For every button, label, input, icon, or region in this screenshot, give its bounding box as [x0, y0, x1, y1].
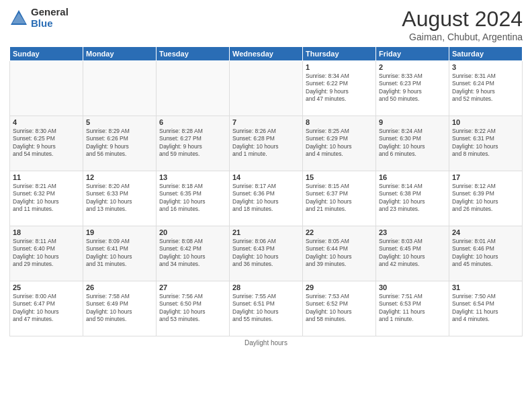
- calendar-header-monday: Monday: [83, 47, 157, 61]
- day-info: Sunrise: 8:30 AM Sunset: 6:25 PM Dayligh…: [13, 128, 80, 158]
- calendar-header-friday: Friday: [376, 47, 449, 61]
- calendar-week-2: 4Sunrise: 8:30 AM Sunset: 6:25 PM Daylig…: [10, 116, 523, 171]
- day-info: Sunrise: 8:31 AM Sunset: 6:24 PM Dayligh…: [452, 73, 519, 103]
- day-info: Sunrise: 7:53 AM Sunset: 6:52 PM Dayligh…: [306, 293, 373, 324]
- month-year: August 2024: [402, 7, 523, 32]
- day-info: Sunrise: 8:28 AM Sunset: 6:27 PM Dayligh…: [159, 128, 226, 158]
- calendar-cell-13: 10Sunrise: 8:22 AM Sunset: 6:31 PM Dayli…: [449, 116, 523, 171]
- calendar-cell-27: 24Sunrise: 8:01 AM Sunset: 6:46 PM Dayli…: [449, 226, 523, 281]
- day-number: 14: [232, 173, 300, 181]
- day-number: 9: [379, 118, 446, 126]
- calendar-cell-28: 25Sunrise: 8:00 AM Sunset: 6:47 PM Dayli…: [10, 281, 83, 336]
- calendar-week-5: 25Sunrise: 8:00 AM Sunset: 6:47 PM Dayli…: [10, 281, 523, 336]
- day-number: 24: [452, 228, 519, 236]
- day-number: 25: [13, 283, 80, 291]
- calendar-cell-22: 19Sunrise: 8:09 AM Sunset: 6:41 PM Dayli…: [83, 226, 157, 281]
- day-info: Sunrise: 8:20 AM Sunset: 6:33 PM Dayligh…: [86, 183, 153, 214]
- day-number: 4: [13, 118, 80, 126]
- day-number: 16: [379, 173, 446, 181]
- day-number: 12: [86, 173, 153, 181]
- calendar-cell-34: 31Sunrise: 7:50 AM Sunset: 6:54 PM Dayli…: [449, 281, 523, 336]
- day-info: Sunrise: 7:56 AM Sunset: 6:50 PM Dayligh…: [159, 293, 226, 324]
- day-number: 20: [159, 228, 226, 236]
- day-info: Sunrise: 8:15 AM Sunset: 6:37 PM Dayligh…: [306, 183, 373, 214]
- day-info: Sunrise: 8:26 AM Sunset: 6:28 PM Dayligh…: [232, 128, 300, 158]
- day-info: Sunrise: 8:12 AM Sunset: 6:39 PM Dayligh…: [452, 183, 519, 214]
- day-number: 31: [452, 283, 519, 291]
- day-number: 17: [452, 173, 519, 181]
- calendar-header-saturday: Saturday: [449, 47, 523, 61]
- day-number: 28: [232, 283, 300, 291]
- calendar-cell-10: 7Sunrise: 8:26 AM Sunset: 6:28 PM Daylig…: [230, 116, 303, 171]
- logo-general-text: General: [31, 7, 69, 18]
- calendar-cell-16: 13Sunrise: 8:18 AM Sunset: 6:35 PM Dayli…: [157, 171, 230, 226]
- calendar-header-row: SundayMondayTuesdayWednesdayThursdayFrid…: [10, 47, 523, 61]
- calendar-cell-24: 21Sunrise: 8:06 AM Sunset: 6:43 PM Dayli…: [230, 226, 303, 281]
- day-number: 18: [13, 228, 80, 236]
- page-container: General Blue August 2024 Gaiman, Chubut,…: [0, 0, 532, 353]
- day-number: 30: [379, 283, 446, 291]
- calendar-cell-0: [10, 61, 83, 116]
- calendar-cell-21: 18Sunrise: 8:11 AM Sunset: 6:40 PM Dayli…: [10, 226, 83, 281]
- calendar-cell-14: 11Sunrise: 8:21 AM Sunset: 6:32 PM Dayli…: [10, 171, 83, 226]
- svg-marker-1: [12, 13, 26, 24]
- calendar-header-tuesday: Tuesday: [157, 47, 230, 61]
- calendar-cell-23: 20Sunrise: 8:08 AM Sunset: 6:42 PM Dayli…: [157, 226, 230, 281]
- calendar-cell-18: 15Sunrise: 8:15 AM Sunset: 6:37 PM Dayli…: [303, 171, 376, 226]
- calendar-cell-25: 22Sunrise: 8:05 AM Sunset: 6:44 PM Dayli…: [303, 226, 376, 281]
- calendar-cell-7: 4Sunrise: 8:30 AM Sunset: 6:25 PM Daylig…: [10, 116, 83, 171]
- day-number: 8: [306, 118, 373, 126]
- calendar: SundayMondayTuesdayWednesdayThursdayFrid…: [9, 46, 523, 336]
- day-info: Sunrise: 8:18 AM Sunset: 6:35 PM Dayligh…: [159, 183, 226, 214]
- day-info: Sunrise: 8:24 AM Sunset: 6:30 PM Dayligh…: [379, 128, 446, 158]
- day-number: 13: [159, 173, 226, 181]
- day-number: 7: [232, 118, 300, 126]
- day-number: 22: [306, 228, 373, 236]
- calendar-cell-12: 9Sunrise: 8:24 AM Sunset: 6:30 PM Daylig…: [376, 116, 449, 171]
- calendar-cell-11: 8Sunrise: 8:25 AM Sunset: 6:29 PM Daylig…: [303, 116, 376, 171]
- day-info: Sunrise: 7:50 AM Sunset: 6:54 PM Dayligh…: [452, 293, 519, 324]
- calendar-cell-20: 17Sunrise: 8:12 AM Sunset: 6:39 PM Dayli…: [449, 171, 523, 226]
- logo-blue-text: Blue: [31, 18, 69, 30]
- day-number: 6: [159, 118, 226, 126]
- calendar-header-thursday: Thursday: [303, 47, 376, 61]
- calendar-cell-8: 5Sunrise: 8:29 AM Sunset: 6:26 PM Daylig…: [83, 116, 157, 171]
- calendar-cell-33: 30Sunrise: 7:51 AM Sunset: 6:53 PM Dayli…: [376, 281, 449, 336]
- day-info: Sunrise: 8:01 AM Sunset: 6:46 PM Dayligh…: [452, 238, 519, 269]
- day-info: Sunrise: 8:11 AM Sunset: 6:40 PM Dayligh…: [13, 238, 80, 269]
- calendar-cell-15: 12Sunrise: 8:20 AM Sunset: 6:33 PM Dayli…: [83, 171, 157, 226]
- calendar-cell-30: 27Sunrise: 7:56 AM Sunset: 6:50 PM Dayli…: [157, 281, 230, 336]
- day-number: 1: [306, 63, 373, 71]
- day-info: Sunrise: 7:55 AM Sunset: 6:51 PM Dayligh…: [232, 293, 300, 324]
- day-number: 11: [13, 173, 80, 181]
- day-number: 27: [159, 283, 226, 291]
- day-info: Sunrise: 8:17 AM Sunset: 6:36 PM Dayligh…: [232, 183, 300, 214]
- day-number: 3: [452, 63, 519, 71]
- day-info: Sunrise: 8:09 AM Sunset: 6:41 PM Dayligh…: [86, 238, 153, 269]
- day-info: Sunrise: 8:25 AM Sunset: 6:29 PM Dayligh…: [306, 128, 373, 158]
- location: Gaiman, Chubut, Argentina: [402, 32, 523, 42]
- calendar-cell-17: 14Sunrise: 8:17 AM Sunset: 6:36 PM Dayli…: [230, 171, 303, 226]
- day-info: Sunrise: 8:08 AM Sunset: 6:42 PM Dayligh…: [159, 238, 226, 269]
- calendar-week-3: 11Sunrise: 8:21 AM Sunset: 6:32 PM Dayli…: [10, 171, 523, 226]
- day-number: 21: [232, 228, 300, 236]
- day-number: 10: [452, 118, 519, 126]
- calendar-cell-32: 29Sunrise: 7:53 AM Sunset: 6:52 PM Dayli…: [303, 281, 376, 336]
- day-info: Sunrise: 8:05 AM Sunset: 6:44 PM Dayligh…: [306, 238, 373, 269]
- calendar-cell-1: [83, 61, 157, 116]
- logo-icon: [9, 9, 28, 28]
- logo: General Blue: [9, 7, 69, 29]
- day-number: 2: [379, 63, 446, 71]
- calendar-header-sunday: Sunday: [10, 47, 83, 61]
- calendar-header-wednesday: Wednesday: [230, 47, 303, 61]
- day-number: 15: [306, 173, 373, 181]
- header: General Blue August 2024 Gaiman, Chubut,…: [9, 7, 523, 42]
- day-number: 5: [86, 118, 153, 126]
- day-info: Sunrise: 7:58 AM Sunset: 6:49 PM Dayligh…: [86, 293, 153, 324]
- calendar-week-1: 1Sunrise: 8:34 AM Sunset: 6:22 PM Daylig…: [10, 61, 523, 116]
- title-block: August 2024 Gaiman, Chubut, Argentina: [402, 7, 523, 42]
- day-info: Sunrise: 8:22 AM Sunset: 6:31 PM Dayligh…: [452, 128, 519, 158]
- day-number: 26: [86, 283, 153, 291]
- day-info: Sunrise: 8:14 AM Sunset: 6:38 PM Dayligh…: [379, 183, 446, 214]
- calendar-week-4: 18Sunrise: 8:11 AM Sunset: 6:40 PM Dayli…: [10, 226, 523, 281]
